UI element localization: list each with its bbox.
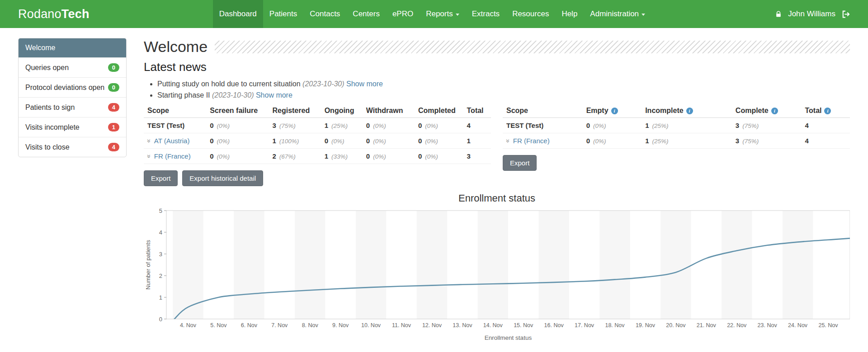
title-hatch-decoration [215, 41, 850, 53]
lock-icon[interactable] [775, 10, 782, 18]
svg-text:15. Nov: 15. Nov [514, 322, 533, 329]
svg-text:19. Nov: 19. Nov [636, 322, 656, 329]
count-value: 0 [210, 152, 213, 160]
sidebar-item-visits-incomplete[interactable]: Visits incomplete1 [19, 117, 126, 137]
nav-item-label: Dashboard [219, 9, 257, 19]
svg-text:20. Nov: 20. Nov [666, 322, 686, 329]
status-buttons-row: ExportExport historical detail [144, 170, 491, 186]
value-cell: 0(0%) [363, 117, 415, 133]
column-header-registered: Registered [269, 104, 321, 118]
nav-item-label: Resources [512, 9, 549, 19]
column-header-label: Empty [586, 107, 609, 114]
completeness-table-host: ScopeEmptyiIncompleteiCompleteiTotaliTES… [503, 104, 850, 149]
info-icon[interactable]: i [771, 108, 778, 114]
value-cell: 0(0%) [206, 148, 269, 164]
column-header-scope: Scope [503, 104, 583, 118]
column-header-label: Registered [272, 107, 310, 114]
svg-text:8. Nov: 8. Nov [302, 322, 319, 329]
scope-link[interactable]: FR (France) [154, 152, 191, 160]
table-row: »FR (France)0(0%)2(67%)1(33%)0(0%)0(0%)3 [144, 148, 491, 164]
export-historical-detail-button[interactable]: Export historical detail [182, 170, 263, 186]
percent-value: (0%) [217, 138, 230, 145]
nav-item-help[interactable]: Help [555, 0, 584, 28]
scope-link[interactable]: FR (France) [513, 137, 550, 145]
svg-text:Enrollment status: Enrollment status [485, 334, 532, 341]
percent-value: (75%) [742, 138, 759, 145]
count-value: 0 [586, 137, 590, 145]
expand-chevron-icon[interactable]: » [146, 155, 153, 158]
svg-text:Number of patients: Number of patients [145, 239, 151, 289]
content-area: WelcomeQueries open0Protocol deviations … [0, 28, 868, 343]
info-icon[interactable]: i [686, 108, 693, 114]
badge-count: 0 [108, 63, 119, 72]
logout-icon[interactable] [841, 10, 850, 19]
percent-value: (0%) [331, 138, 344, 145]
logo-text-bold: Tech [61, 7, 90, 21]
count-value: 0 [210, 122, 213, 129]
status-table-host: ScopeScreen failureRegisteredOngoingWith… [144, 104, 491, 164]
value-cell: 0(0%) [321, 133, 363, 148]
percent-value: (75%) [742, 122, 759, 129]
info-icon[interactable]: i [611, 108, 618, 114]
percent-value: (0%) [217, 153, 230, 160]
column-header-withdrawn: Withdrawn [363, 104, 415, 118]
expand-chevron-icon[interactable]: » [146, 139, 153, 143]
nav-item-dashboard[interactable]: Dashboard [213, 0, 263, 28]
navbar-user-area: John Williams [775, 0, 850, 28]
value-cell: 1(25%) [642, 117, 732, 133]
sidebar-item-visits-to-close[interactable]: Visits to close4 [19, 137, 126, 157]
percent-value: (0%) [425, 138, 438, 145]
badge-count: 0 [108, 83, 119, 92]
svg-text:17. Nov: 17. Nov [575, 322, 594, 329]
sidebar-item-label: Protocol deviations open [25, 84, 108, 92]
percent-value: (67%) [279, 153, 296, 160]
count-value: 1 [272, 137, 276, 145]
nav-item-centers[interactable]: Centers [346, 0, 386, 28]
value-cell: 0(0%) [415, 117, 463, 133]
news-item: Starting phase II (2023-10-30) Show more [157, 90, 850, 101]
value-cell: 0(0%) [363, 133, 415, 148]
count-value: 0 [586, 122, 590, 129]
caret-down-icon [642, 14, 645, 16]
info-icon[interactable]: i [824, 108, 831, 114]
column-header-complete: Completei [732, 104, 802, 118]
percent-value: (0%) [593, 138, 606, 145]
count-value: 0 [366, 152, 370, 160]
column-header-label: Ongoing [325, 107, 354, 114]
enrollment-status-section: ScopeScreen failureRegisteredOngoingWith… [144, 104, 491, 186]
column-header-completed: Completed [415, 104, 463, 118]
export-button[interactable]: Export [144, 170, 178, 186]
sidebar-item-queries-open[interactable]: Queries open0 [19, 57, 126, 77]
nav-item-administration[interactable]: Administration [584, 0, 651, 28]
nav-item-epro[interactable]: ePRO [386, 0, 420, 28]
table-row: TEST (Test)0(0%)3(75%)1(25%)0(0%)0(0%)4 [144, 117, 491, 133]
total-cell: 1 [463, 133, 491, 148]
value-cell: 1(25%) [642, 133, 732, 148]
page-title: Welcome [144, 38, 208, 56]
column-header-ongoing: Ongoing [321, 104, 363, 118]
export-button[interactable]: Export [503, 155, 537, 171]
scope-link[interactable]: AT (Austria) [154, 137, 190, 145]
sidebar-item-welcome[interactable]: Welcome [19, 38, 126, 57]
news-date: (2023-10-30) [212, 91, 256, 99]
app-logo[interactable]: RodanoTech [18, 0, 90, 28]
page-title-row: Welcome [144, 38, 850, 56]
nav-item-patients[interactable]: Patients [263, 0, 303, 28]
sidebar-item-patients-to-sign[interactable]: Patients to sign4 [19, 97, 126, 117]
scope-cell: »FR (France) [144, 148, 206, 164]
nav-item-contacts[interactable]: Contacts [303, 0, 346, 28]
show-more-link[interactable]: Show more [256, 91, 292, 99]
user-name[interactable]: John Williams [788, 9, 835, 19]
svg-text:11. Nov: 11. Nov [392, 322, 411, 329]
nav-item-reports[interactable]: Reports [420, 0, 466, 28]
nav-item-resources[interactable]: Resources [506, 0, 555, 28]
count-value: 3 [272, 122, 276, 129]
show-more-link[interactable]: Show more [346, 80, 383, 88]
nav-item-extracts[interactable]: Extracts [466, 0, 506, 28]
svg-text:24. Nov: 24. Nov [788, 322, 808, 329]
svg-text:3: 3 [159, 250, 162, 257]
column-header-incomplete: Incompletei [642, 104, 732, 118]
sidebar-item-protocol-deviations-open[interactable]: Protocol deviations open0 [19, 77, 126, 97]
expand-chevron-icon[interactable]: » [505, 139, 512, 143]
svg-text:13. Nov: 13. Nov [453, 322, 472, 329]
